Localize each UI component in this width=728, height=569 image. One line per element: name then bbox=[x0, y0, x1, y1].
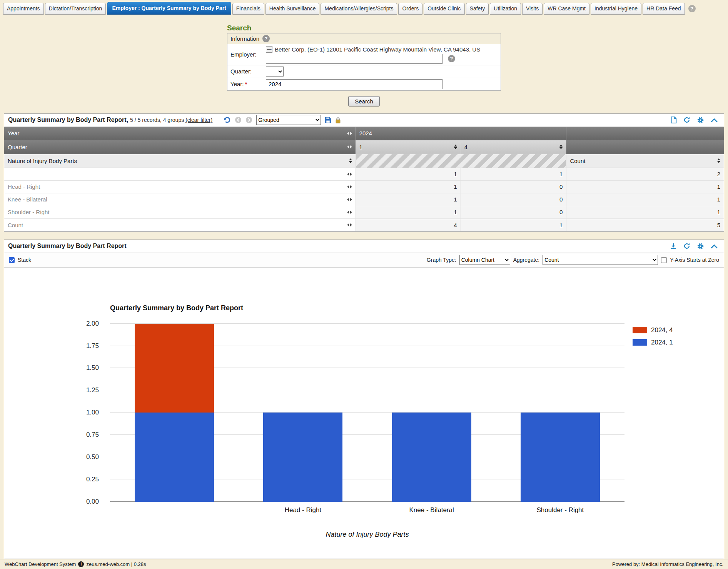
tabbar-help-icon[interactable]: ? bbox=[688, 5, 696, 12]
settings-gear-icon[interactable] bbox=[697, 116, 704, 124]
y-tick-label: 1.25 bbox=[86, 386, 99, 394]
download-icon[interactable] bbox=[670, 243, 677, 250]
tab-industrial-hygiene[interactable]: Industrial Hygiene bbox=[591, 3, 641, 15]
cell-count: 2 bbox=[566, 168, 724, 181]
sort-icon[interactable] bbox=[454, 145, 457, 149]
employer-input[interactable] bbox=[266, 54, 442, 64]
row-label: Head - Right bbox=[8, 183, 40, 190]
lock-icon[interactable] bbox=[335, 117, 341, 123]
aggregate-select[interactable]: Count bbox=[543, 255, 658, 265]
table-row: Head - Right 1 0 1 bbox=[4, 181, 724, 193]
y-tick-label: 0.00 bbox=[86, 498, 99, 506]
quarter-label: Quarter: bbox=[230, 68, 266, 75]
tab-orders[interactable]: Orders bbox=[398, 3, 422, 15]
stack-checkbox[interactable] bbox=[9, 257, 15, 263]
tab-outside-clinic[interactable]: Outside Clinic bbox=[424, 3, 464, 15]
cell-q4: 1 bbox=[461, 168, 566, 181]
chart-region: Quarterly Summary by Body Part Report 0.… bbox=[4, 268, 724, 559]
save-icon[interactable] bbox=[325, 117, 331, 123]
tab-employer-quarterly-summary[interactable]: Employer : Quarterly Summary by Body Par… bbox=[107, 2, 231, 15]
chart-panel-title: Quarterly Summary by Body Part Report bbox=[8, 243, 127, 250]
y-axis-labels: 0.000.250.500.751.001.251.501.752.00 bbox=[4, 324, 101, 502]
y-tick-label: 0.25 bbox=[86, 476, 99, 483]
clear-filter-link[interactable]: (clear filter) bbox=[185, 117, 212, 123]
footer-system-name: WebChart Development System bbox=[5, 561, 76, 567]
information-label: Information bbox=[230, 35, 259, 42]
cell-q1: 1 bbox=[356, 193, 461, 206]
employer-label: Employer: bbox=[230, 51, 266, 58]
row-label: Shoulder - Right bbox=[8, 209, 49, 215]
graph-type-select[interactable]: Column Chart bbox=[459, 255, 510, 265]
cell-q4: 0 bbox=[461, 206, 566, 219]
tab-hr-data-feed[interactable]: HR Data Feed bbox=[643, 3, 685, 15]
tab-visits[interactable]: Visits bbox=[522, 3, 543, 15]
sort-icon[interactable] bbox=[717, 158, 720, 163]
y-tick-label: 0.75 bbox=[86, 431, 99, 439]
sort-icon[interactable] bbox=[349, 158, 352, 163]
column-move-icon[interactable] bbox=[347, 185, 352, 188]
tab-utilization[interactable]: Utilization bbox=[490, 3, 521, 15]
collapse-panel-icon[interactable] bbox=[711, 118, 718, 123]
column-move-icon[interactable] bbox=[347, 223, 352, 226]
cell-count: 5 bbox=[566, 219, 724, 231]
bar-segment bbox=[263, 413, 342, 502]
refresh-icon[interactable] bbox=[683, 116, 690, 123]
chart-panel: Quarterly Summary by Body Part Report St… bbox=[4, 240, 724, 559]
cell-q1: 1 bbox=[356, 206, 461, 219]
y-tick-label: 0.50 bbox=[86, 453, 99, 461]
x-category-label: Shoulder - Right bbox=[496, 506, 624, 514]
tab-dictation-transcription[interactable]: Dictation/Transcription bbox=[45, 3, 106, 15]
count-header: Count bbox=[570, 158, 585, 164]
information-help-icon[interactable]: ? bbox=[262, 35, 270, 42]
tab-financials[interactable]: Financials bbox=[232, 3, 264, 15]
main-tab-bar: Appointments Dictation/Transcription Emp… bbox=[0, 0, 728, 15]
search-button[interactable]: Search bbox=[348, 96, 380, 106]
legend-item: 2024, 4 bbox=[633, 326, 673, 334]
yaxis-zero-checkbox[interactable] bbox=[661, 257, 667, 263]
column-move-icon[interactable] bbox=[347, 145, 352, 148]
tab-wr-case-mgmt[interactable]: WR Case Mgmt bbox=[544, 3, 589, 15]
cell-q4: 1 bbox=[461, 219, 566, 231]
y-tick-label: 1.50 bbox=[86, 364, 99, 372]
year-field-row: Year:* bbox=[227, 78, 501, 90]
bar-segment bbox=[521, 413, 600, 502]
group-mode-select[interactable]: Grouped bbox=[256, 115, 321, 125]
footer-powered-by: Powered by: Medical Informatics Engineer… bbox=[612, 561, 723, 567]
quarter-select[interactable] bbox=[266, 67, 284, 77]
collapse-panel-icon[interactable] bbox=[711, 244, 718, 249]
year-input[interactable] bbox=[266, 79, 442, 89]
x-axis-title: Nature of Injury Body Parts bbox=[110, 531, 624, 539]
bar-segment bbox=[135, 324, 214, 413]
nav-next-icon[interactable] bbox=[245, 116, 252, 123]
bar-segment bbox=[392, 413, 471, 502]
info-icon[interactable]: i bbox=[78, 561, 84, 567]
tab-safety[interactable]: Safety bbox=[466, 3, 489, 15]
x-category-label: Knee - Bilateral bbox=[367, 506, 496, 514]
cell-count: 1 bbox=[566, 206, 724, 219]
cell-count: 1 bbox=[566, 193, 724, 206]
legend-swatch bbox=[633, 327, 647, 333]
tab-health-surveillance[interactable]: Health Surveillance bbox=[265, 3, 320, 15]
quarter-1-header-cell: 1 bbox=[356, 140, 461, 154]
bar-segment bbox=[135, 413, 214, 502]
column-move-icon[interactable] bbox=[347, 132, 352, 135]
refresh-icon[interactable] bbox=[683, 243, 690, 250]
cell-q4: 0 bbox=[461, 193, 566, 206]
column-move-icon[interactable] bbox=[347, 198, 352, 201]
employer-collapse-toggle[interactable]: — bbox=[266, 46, 272, 53]
tab-medications-allergies-scripts[interactable]: Medications/Allergies/Scripts bbox=[321, 3, 397, 15]
employer-field-row: Employer: — Better Corp. (EO-1) 12001 Pa… bbox=[227, 44, 501, 65]
employer-help-icon[interactable]: ? bbox=[448, 55, 455, 62]
row-label: Knee - Bilateral bbox=[8, 196, 47, 203]
tab-appointments[interactable]: Appointments bbox=[3, 3, 44, 15]
undo-icon[interactable] bbox=[223, 116, 231, 123]
report-panel-title: Quarterly Summary by Body Part Report, bbox=[8, 116, 128, 123]
sort-icon[interactable] bbox=[559, 145, 563, 149]
column-move-icon[interactable] bbox=[347, 211, 352, 214]
new-report-icon[interactable] bbox=[671, 116, 677, 123]
year-row-label: Year bbox=[8, 130, 19, 136]
settings-gear-icon[interactable] bbox=[697, 243, 704, 250]
column-move-icon[interactable] bbox=[347, 173, 352, 176]
nav-prev-icon[interactable] bbox=[235, 116, 242, 123]
legend-swatch bbox=[633, 339, 647, 346]
